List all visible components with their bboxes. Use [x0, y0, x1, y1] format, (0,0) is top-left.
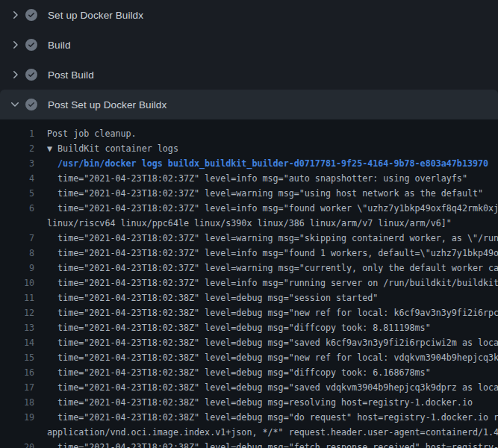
log-line-number[interactable]: 14 — [0, 335, 34, 350]
log-line-text: time="2021-04-23T18:02:38Z" level=debug … — [34, 305, 498, 320]
log-line-number[interactable]: 20 — [0, 440, 34, 448]
chevron-right-icon — [9, 9, 21, 21]
log-line: 19 time="2021-04-23T18:02:38Z" level=deb… — [0, 410, 498, 425]
log-line-number[interactable]: 6 — [0, 201, 34, 216]
log-group-line: 2▼ BuildKit container logs — [0, 141, 498, 156]
log-line: 17 time="2021-04-23T18:02:38Z" level=deb… — [0, 380, 498, 395]
log-line: 3 /usr/bin/docker logs buildx_buildkit_b… — [0, 156, 498, 171]
log-line-number[interactable]: 9 — [0, 261, 34, 276]
log-line-number — [0, 425, 34, 440]
chevron-right-icon — [9, 39, 21, 51]
log-line: linux/riscv64 linux/ppc64le linux/s390x … — [0, 216, 498, 231]
log-line-text: time="2021-04-23T18:02:37Z" level=warnin… — [34, 231, 498, 246]
check-circle-icon — [25, 99, 37, 111]
log-line-number[interactable]: 5 — [0, 186, 34, 201]
log-line-number[interactable]: 16 — [0, 365, 34, 380]
log-line-number[interactable]: 4 — [0, 171, 34, 186]
chevron-right-icon — [9, 69, 21, 81]
log-line-number[interactable]: 1 — [0, 126, 34, 141]
log-line: 18 time="2021-04-23T18:02:38Z" level=deb… — [0, 395, 498, 410]
log-line-text: /usr/bin/docker logs buildx_buildkit_bui… — [34, 156, 488, 171]
log-line-text: time="2021-04-23T18:02:37Z" level=info m… — [34, 171, 467, 186]
log-line-number[interactable]: 3 — [0, 156, 34, 171]
log-line-text: time="2021-04-23T18:02:38Z" level=debug … — [34, 395, 473, 410]
log-line: 9 time="2021-04-23T18:02:37Z" level=warn… — [0, 261, 498, 276]
log-line-number[interactable]: 13 — [0, 320, 34, 335]
log-line-number[interactable]: 10 — [0, 276, 34, 290]
log-line: 11 time="2021-04-23T18:02:38Z" level=deb… — [0, 290, 498, 305]
log-line-text: time="2021-04-23T18:02:38Z" level=debug … — [34, 320, 431, 335]
log-line-text: time="2021-04-23T18:02:38Z" level=debug … — [34, 380, 498, 395]
log-line: 6 time="2021-04-23T18:02:37Z" level=info… — [0, 201, 498, 216]
log-line-number — [0, 216, 34, 231]
check-circle-icon — [25, 39, 37, 51]
log-line-text: time="2021-04-23T18:02:37Z" level=info m… — [34, 201, 498, 216]
step-list: Set up Docker Buildx Build Post Build Po… — [0, 0, 498, 119]
log-line-text: time="2021-04-23T18:02:37Z" level=warnin… — [34, 261, 498, 276]
step-label: Build — [48, 40, 71, 51]
log-line-number[interactable]: 2 — [0, 141, 34, 156]
step-row-set-up-docker-buildx[interactable]: Set up Docker Buildx — [0, 0, 498, 30]
check-circle-icon — [25, 69, 37, 81]
log-line-text: time="2021-04-23T18:02:38Z" level=debug … — [34, 440, 498, 448]
log-line: 16 time="2021-04-23T18:02:38Z" level=deb… — [0, 365, 498, 380]
log-line-text: time="2021-04-23T18:02:38Z" level=debug … — [34, 410, 498, 425]
log-line-text[interactable]: ▼ BuildKit container logs — [34, 141, 178, 156]
step-row-build[interactable]: Build — [0, 30, 498, 60]
log-line: 1Post job cleanup. — [0, 126, 498, 141]
log-line-number[interactable]: 19 — [0, 410, 34, 425]
log-line: 5 time="2021-04-23T18:02:37Z" level=warn… — [0, 186, 498, 201]
step-label: Post Build — [48, 69, 94, 81]
log-line-text: time="2021-04-23T18:02:37Z" level=info m… — [34, 276, 498, 290]
log-line-text: application/vnd.oci.image.index.v1+json,… — [34, 425, 498, 440]
chevron-down-icon — [9, 99, 21, 111]
log-line-number[interactable]: 15 — [0, 350, 34, 365]
log-line: 8 time="2021-04-23T18:02:37Z" level=info… — [0, 246, 498, 261]
log-viewer: 1Post job cleanup.2▼ BuildKit container … — [0, 119, 498, 448]
log-line-text: time="2021-04-23T18:02:37Z" level=warnin… — [34, 186, 483, 201]
log-line-number[interactable]: 17 — [0, 380, 34, 395]
check-circle-icon — [25, 9, 37, 21]
log-line-text: time="2021-04-23T18:02:38Z" level=debug … — [34, 350, 498, 365]
log-line-text: time="2021-04-23T18:02:38Z" level=debug … — [34, 335, 498, 350]
log-line-number[interactable]: 11 — [0, 290, 34, 305]
log-line: 10 time="2021-04-23T18:02:37Z" level=inf… — [0, 276, 498, 290]
log-line: 14 time="2021-04-23T18:02:38Z" level=deb… — [0, 335, 498, 350]
log-line: 12 time="2021-04-23T18:02:38Z" level=deb… — [0, 305, 498, 320]
log-line: 15 time="2021-04-23T18:02:38Z" level=deb… — [0, 350, 498, 365]
log-line-text: time="2021-04-23T18:02:38Z" level=debug … — [34, 365, 431, 380]
log-line: application/vnd.oci.image.index.v1+json,… — [0, 425, 498, 440]
log-line: 7 time="2021-04-23T18:02:37Z" level=warn… — [0, 231, 498, 246]
log-line-number[interactable]: 12 — [0, 305, 34, 320]
log-line-text: linux/riscv64 linux/ppc64le linux/s390x … — [34, 216, 452, 231]
log-line: 4 time="2021-04-23T18:02:37Z" level=info… — [0, 171, 498, 186]
step-label: Set up Docker Buildx — [48, 10, 143, 21]
log-line-text: Post job cleanup. — [34, 126, 137, 141]
log-line: 13 time="2021-04-23T18:02:38Z" level=deb… — [0, 320, 498, 335]
step-row-post-set-up-docker-buildx[interactable]: Post Set up Docker Buildx — [0, 90, 498, 119]
log-line-number[interactable]: 18 — [0, 395, 34, 410]
log-line-number[interactable]: 8 — [0, 246, 34, 261]
log-line-number[interactable]: 7 — [0, 231, 34, 246]
step-row-post-build[interactable]: Post Build — [0, 60, 498, 90]
log-line-text: time="2021-04-23T18:02:38Z" level=debug … — [34, 290, 378, 305]
log-line: 20 time="2021-04-23T18:02:38Z" level=deb… — [0, 440, 498, 448]
step-label: Post Set up Docker Buildx — [48, 99, 166, 111]
log-line-text: time="2021-04-23T18:02:37Z" level=info m… — [34, 246, 498, 261]
